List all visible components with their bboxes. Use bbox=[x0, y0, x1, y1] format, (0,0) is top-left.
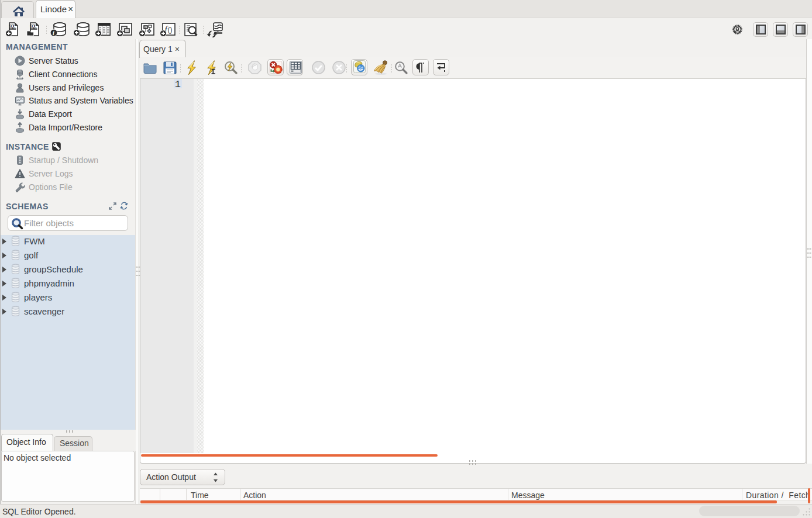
svg-text:(): () bbox=[168, 26, 173, 34]
svg-text:SQL: SQL bbox=[9, 24, 16, 29]
svg-text:SQL: SQL bbox=[30, 24, 37, 29]
svg-text:i: i bbox=[53, 30, 54, 36]
